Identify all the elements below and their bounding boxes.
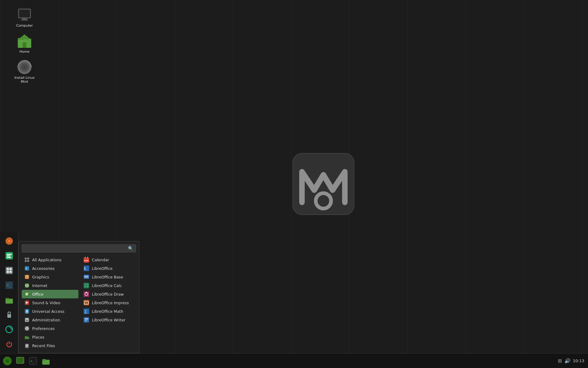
home-icon[interactable]: Home — [12, 32, 37, 55]
sidebar-terminal-btn[interactable]: >_ — [2, 278, 16, 292]
app-lo-impress-label: LibreOffice Impress — [92, 301, 129, 305]
dvd-icon-img — [17, 60, 32, 75]
sidebar-power-btn[interactable] — [2, 337, 16, 351]
app-lo-math[interactable]: ∑ LibreOffice Math — [81, 307, 136, 316]
svg-rect-74 — [26, 347, 27, 347]
app-lo-draw-label: LibreOffice Draw — [92, 292, 124, 297]
svg-rect-49 — [25, 293, 28, 293]
svg-rect-38 — [27, 260, 29, 262]
app-list: Calendar L LibreOffice — [78, 255, 136, 350]
mint-menu-btn[interactable] — [1, 355, 13, 367]
svg-point-89 — [84, 274, 89, 276]
sidebar-folder-btn[interactable] — [2, 293, 16, 307]
app-lo-calc[interactable]: LibreOffice Calc — [81, 281, 136, 290]
calendar-icon — [83, 257, 89, 263]
svg-rect-86 — [84, 276, 89, 276]
svg-rect-104 — [85, 318, 88, 319]
taskbar-left: >_ — [1, 355, 52, 367]
libreoffice-icon: L — [83, 265, 89, 271]
preferences-icon — [24, 326, 30, 331]
svg-point-17 — [8, 240, 10, 242]
cat-administration[interactable]: Administration — [22, 316, 78, 324]
administration-icon — [24, 317, 30, 323]
app-libreoffice-label: LibreOffice — [92, 266, 112, 271]
app-lo-writer-label: LibreOffice Writer — [92, 318, 126, 322]
app-lo-math-label: LibreOffice Math — [92, 309, 123, 314]
sidebar-gray-btn[interactable] — [2, 264, 16, 277]
svg-rect-105 — [85, 320, 88, 320]
lo-impress-icon — [83, 300, 89, 306]
sidebar: >_ — [0, 232, 18, 353]
svg-rect-35 — [25, 258, 27, 259]
svg-text:>_: >_ — [30, 359, 35, 363]
svg-rect-41 — [25, 275, 29, 279]
app-lo-impress[interactable]: LibreOffice Impress — [81, 298, 136, 307]
places-icon — [24, 334, 30, 340]
svg-point-32 — [9, 315, 10, 316]
taskbar-terminal-btn[interactable]: >_ — [27, 355, 39, 367]
svg-rect-2 — [22, 18, 27, 20]
svg-point-109 — [6, 360, 9, 362]
svg-rect-88 — [84, 278, 89, 278]
computer-icon[interactable]: Computer — [12, 6, 37, 29]
svg-rect-20 — [7, 255, 10, 256]
lo-math-icon: ∑ — [83, 308, 89, 314]
sidebar-green-btn[interactable] — [2, 249, 16, 263]
svg-rect-22 — [6, 267, 13, 274]
lo-writer-icon — [83, 317, 89, 323]
cat-office[interactable]: Office — [22, 290, 78, 298]
svg-rect-3 — [21, 20, 28, 21]
svg-point-43 — [27, 276, 28, 277]
install-icon[interactable]: Install Linux Mint — [12, 58, 37, 85]
show-desktop-btn[interactable] — [14, 355, 26, 367]
sidebar-update-btn[interactable] — [2, 323, 16, 336]
network-icon[interactable]: ⊞ — [558, 358, 562, 364]
app-libreoffice[interactable]: L LibreOffice — [81, 264, 136, 273]
computer-label: Computer — [16, 24, 33, 28]
cat-universal-access-label: Universal Access — [32, 309, 64, 314]
taskbar: >_ ⊞ 🔊 10:13 — [0, 353, 588, 368]
cat-internet[interactable]: Internet — [22, 281, 78, 290]
cat-recent-files-label: Recent Files — [32, 343, 55, 348]
svg-rect-77 — [84, 259, 89, 259]
cat-universal-access[interactable]: Universal Access — [22, 307, 78, 316]
home-icon-img — [17, 34, 32, 48]
cat-preferences[interactable]: Preferences — [22, 324, 78, 333]
app-calendar[interactable]: Calendar — [81, 255, 136, 264]
app-lo-writer[interactable]: LibreOffice Writer — [81, 316, 136, 324]
computer-icon-img — [17, 8, 32, 22]
cat-all-applications[interactable]: All Applications — [22, 255, 78, 264]
svg-text:X: X — [25, 267, 27, 270]
cat-graphics[interactable]: Graphics — [22, 273, 78, 281]
app-lo-base[interactable]: LibreOffice Base — [81, 273, 136, 281]
svg-rect-24 — [9, 268, 12, 270]
sound-icon[interactable]: 🔊 — [564, 358, 571, 364]
cat-places-label: Places — [32, 335, 44, 339]
cat-sound-video[interactable]: Sound & Video — [22, 298, 78, 307]
svg-rect-25 — [7, 271, 9, 273]
svg-rect-70 — [25, 336, 27, 338]
office-icon — [24, 291, 30, 297]
cat-administration-label: Administration — [32, 318, 60, 322]
all-apps-icon — [24, 257, 30, 263]
accessories-icon: X — [24, 266, 30, 271]
cat-preferences-label: Preferences — [32, 326, 55, 331]
cat-places[interactable]: Places — [22, 333, 78, 341]
search-icon[interactable]: 🔍 — [128, 246, 133, 251]
sidebar-lock-btn[interactable] — [2, 308, 16, 321]
sidebar-firefox-btn[interactable] — [2, 234, 16, 248]
svg-rect-36 — [27, 258, 29, 259]
search-bar[interactable]: 🔍 — [22, 244, 136, 252]
svg-rect-110 — [17, 357, 24, 363]
svg-rect-1 — [19, 10, 30, 17]
svg-rect-23 — [7, 268, 9, 270]
cat-accessories[interactable]: X Accessories — [22, 264, 78, 273]
search-input[interactable] — [24, 246, 128, 251]
taskbar-files-btn[interactable] — [40, 355, 52, 367]
lo-base-icon — [83, 274, 89, 280]
svg-text:L: L — [84, 266, 86, 270]
svg-rect-51 — [25, 295, 28, 295]
cat-recent-files[interactable]: Recent Files — [22, 341, 78, 350]
app-lo-draw[interactable]: LibreOffice Draw — [81, 290, 136, 298]
svg-rect-19 — [7, 254, 12, 255]
